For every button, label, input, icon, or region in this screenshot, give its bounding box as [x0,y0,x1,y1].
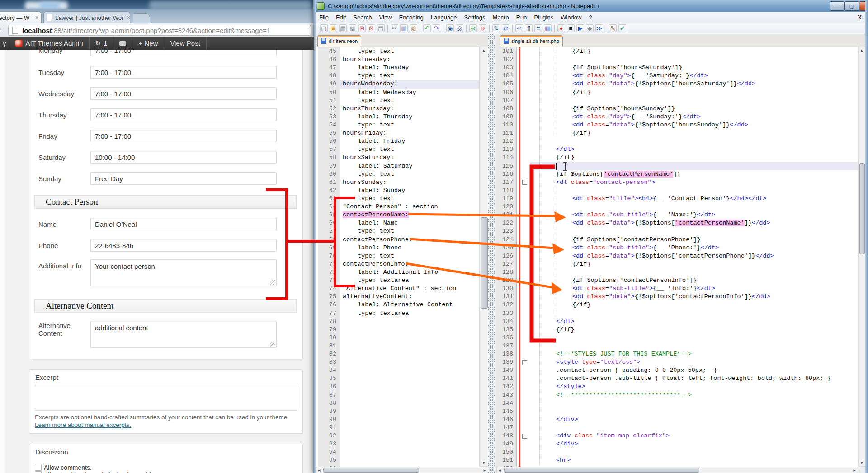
right-editor-hscrollbar[interactable]: ◄ ► [496,467,858,473]
tab-dir-item-neon[interactable]: dir-item.neon [317,35,361,47]
allow-trackbacks-checkbox[interactable] [35,471,42,473]
menu-item-macro[interactable]: Macro [489,14,513,21]
menu-item-settings[interactable]: Settings [461,14,489,21]
doc-map-icon[interactable]: ▥ [544,24,552,32]
menu-item-encoding[interactable]: Encoding [396,14,427,21]
fold-collapse-icon[interactable]: − [522,360,527,365]
run-macro-multi-icon[interactable]: ≫ [595,24,603,32]
hours-field-thursday[interactable]: 7:00 - 17:00 [90,108,277,121]
hours-field-tuesday[interactable]: 7:00 - 17:00 [90,66,277,79]
menu-item-view[interactable]: View [376,14,396,21]
manual-excerpts-link[interactable]: Learn more about manual excerpts. [35,421,131,428]
scroll-left-icon[interactable]: ◄ [498,468,502,473]
scroll-right-icon[interactable]: ► [482,468,487,473]
zoom-in-icon[interactable]: ⊕ [469,24,477,32]
close-all-icon[interactable]: ⊠ [368,24,375,32]
save-all-icon[interactable]: ▩ [349,24,356,32]
minimize-button[interactable]: — [830,1,844,11]
hours-label-sunday: Sunday [38,175,61,183]
print-icon[interactable]: ▤ [377,24,385,32]
allow-comments-checkbox[interactable] [35,464,42,471]
scroll-thumb[interactable] [323,468,419,473]
redo-icon[interactable]: ↷ [433,24,440,32]
undo-icon[interactable]: ↶ [423,24,431,32]
menu-item-q[interactable]: ? [585,14,595,21]
scroll-left-icon[interactable]: ◄ [317,468,321,473]
fold-margin: − [520,432,530,440]
cut-icon[interactable]: ✂ [391,24,398,32]
close-document-icon[interactable]: X [858,14,862,21]
scroll-thumb[interactable] [504,468,699,473]
scroll-up-icon[interactable]: ▲ [480,48,488,52]
word-wrap-icon[interactable]: ↩ [515,24,523,32]
sync-vertical-icon[interactable]: ⇅ [492,24,500,32]
address-bar[interactable]: localhost:88/ait/directory/wp-admin/post… [8,25,311,36]
paste-icon[interactable]: ▧ [410,24,417,32]
pane-splitter[interactable] [488,34,496,473]
sync-horizontal-icon[interactable]: ⇄ [502,24,509,32]
edit-icon[interactable]: ✎ [609,24,617,32]
left-editor-vscrollbar[interactable]: ▲ ▼ [479,47,488,467]
scroll-thumb[interactable] [859,163,865,254]
save-macro-icon[interactable]: ◆ [586,24,594,32]
tab-close-icon[interactable]: × [123,14,130,21]
menu-item-edit[interactable]: Edit [332,14,349,21]
scroll-down-icon[interactable]: ▼ [480,461,488,465]
left-editor-hscrollbar[interactable]: ◄ ► [316,467,488,473]
excerpt-textarea[interactable] [35,385,297,411]
indent-guide-icon[interactable]: ≡ [534,24,542,32]
fold-collapse-icon[interactable]: − [522,434,527,439]
view-post-item[interactable]: View Post [164,37,206,50]
token: {!$options[ [635,220,675,226]
stop-macro-icon[interactable]: ■ [567,24,575,32]
menu-item-window[interactable]: Window [557,14,585,21]
maximize-button[interactable]: ▢ [844,1,859,11]
admin-bar-clipped-item[interactable]: y [0,37,9,50]
new-tab-button[interactable] [133,13,150,23]
tab-single-ait-dir-item-php[interactable]: single-ait-dir-item.php [500,35,563,47]
ait-themes-admin-item[interactable]: AIT Themes Admin [9,37,89,50]
scroll-right-icon[interactable]: ► [852,468,857,473]
copy-icon[interactable]: ▥ [400,24,408,32]
show-all-chars-icon[interactable]: ¶ [525,24,533,32]
check-icon[interactable]: ✔ [618,24,626,32]
find-icon[interactable]: ◉ [446,24,454,32]
scroll-thumb[interactable] [481,217,488,309]
zoom-out-icon[interactable]: ⊖ [479,24,486,32]
menu-item-search[interactable]: Search [349,14,375,21]
menu-item-run[interactable]: Run [513,14,531,21]
close-file-icon[interactable]: ⊠ [358,24,366,32]
fold-margin [520,47,530,56]
fold-margin [520,326,530,334]
alternative-content-field[interactable]: additional content [90,321,277,348]
updates-item[interactable]: ↻ 1 [90,37,113,50]
open-file-icon[interactable]: ▣ [330,24,337,32]
browser-tab-lawyer[interactable]: Lawyer | Just another Wor × [43,11,130,23]
phone-field[interactable]: 22-6483-846 [90,239,277,252]
comments-item[interactable] [113,37,132,50]
name-field[interactable]: Daniel O’Neal [90,218,277,230]
scroll-down-icon[interactable]: ▼ [859,461,865,465]
menu-item-plugins[interactable]: Plugins [531,14,557,21]
token: {__ 'Saturday:'} [631,72,690,79]
right-editor-vscrollbar[interactable]: ▲ ▼ [858,47,865,467]
home-icon[interactable]: ⌂ [0,25,2,34]
play-macro-icon[interactable]: ▶ [576,24,584,32]
hours-field-saturday[interactable]: 10:00 - 14:00 [90,151,277,164]
notepadpp-title-bar[interactable]: C:\xampp\htdocs\ait\directory\wp-content… [313,0,868,12]
hours-field-wednesday[interactable]: 7:00 - 17:00 [90,87,277,100]
menu-item-language[interactable]: Language [427,14,461,21]
record-macro-icon[interactable]: ● [557,24,565,32]
tab-close-icon[interactable]: × [32,14,38,21]
menu-item-file[interactable]: File [316,14,332,21]
replace-icon[interactable]: ◎ [456,24,463,32]
additional-info-field[interactable]: Your contact person [90,259,277,286]
fold-collapse-icon[interactable]: − [522,180,527,185]
new-content-item[interactable]: + New [132,37,164,50]
new-file-icon[interactable]: ▢ [320,24,328,32]
save-icon[interactable]: ▦ [339,24,347,32]
browser-tab-directory[interactable]: rectory — W × [0,11,42,23]
hours-field-friday[interactable]: 7:00 - 17:00 [90,130,277,142]
hours-field-sunday[interactable]: Free Day [90,172,277,185]
scroll-up-icon[interactable]: ▲ [859,48,865,52]
